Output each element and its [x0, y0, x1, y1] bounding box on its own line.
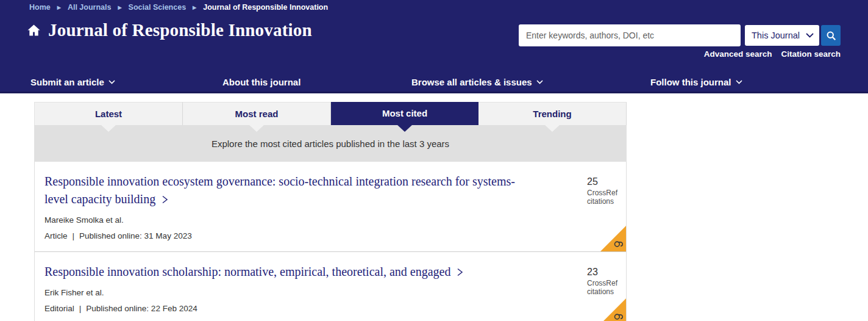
- nav-item-submit-an-article[interactable]: Submit an article: [30, 77, 115, 87]
- chevron-down-icon: [736, 80, 742, 84]
- tab-most-read[interactable]: Most read: [183, 102, 331, 125]
- chevron-right-icon: [161, 192, 169, 206]
- breadcrumb: Home ▶ All Journals ▶ Social Sciences ▶ …: [29, 3, 328, 12]
- triangle-separator-icon: ▶: [118, 5, 121, 10]
- citation-unit-line1: CrossRef: [587, 280, 630, 288]
- breadcrumb-home-link[interactable]: Home: [29, 3, 51, 12]
- open-access-lock-icon: [613, 311, 624, 321]
- page-title: Journal of Responsible Innovation: [48, 20, 312, 40]
- meta-separator: |: [79, 304, 82, 313]
- tab-notch: [249, 124, 265, 132]
- article-published-date: Published online: 22 Feb 2024: [86, 304, 197, 313]
- triangle-separator-icon: ▶: [57, 5, 61, 10]
- search-input[interactable]: [519, 24, 741, 46]
- chevron-right-icon: [456, 265, 464, 278]
- breadcrumb-current-page: Journal of Responsible Innovation: [203, 3, 328, 12]
- article-type: Article: [44, 231, 68, 240]
- search-links: Advanced search Citation search: [704, 49, 841, 59]
- tab-description-banner: Explore the most cited articles publishe…: [34, 125, 627, 162]
- tab-trending[interactable]: Trending: [478, 102, 627, 125]
- nav-item-label: Submit an article: [30, 77, 104, 87]
- chevron-down-icon: [108, 80, 115, 84]
- advanced-search-link[interactable]: Advanced search: [704, 49, 772, 59]
- open-access-lock-icon: [613, 239, 624, 250]
- tab-most-cited[interactable]: Most cited: [331, 102, 478, 125]
- nav-item-browse-all-articles[interactable]: Browse all articles & issues: [411, 77, 543, 87]
- article-published-date: Published online: 31 May 2023: [79, 231, 192, 240]
- citation-count: 25: [587, 176, 630, 187]
- tab-label: Most read: [235, 109, 279, 119]
- search-button[interactable]: [821, 25, 841, 46]
- citation-search-link[interactable]: Citation search: [781, 49, 841, 59]
- article-title-link[interactable]: Responsible innovation scholarship: norm…: [44, 263, 535, 281]
- breadcrumb-social-sciences-link[interactable]: Social Sciences: [129, 3, 187, 12]
- article-authors: Mareike Smolka et al.: [44, 215, 535, 225]
- nav-item-follow-this-journal[interactable]: Follow this journal: [650, 77, 742, 87]
- tab-latest[interactable]: Latest: [34, 102, 183, 125]
- crossref-citations: 25 CrossRef citations: [587, 176, 630, 206]
- breadcrumb-all-journals-link[interactable]: All Journals: [68, 3, 112, 12]
- chevron-down-icon: [536, 80, 543, 84]
- tab-label: Trending: [533, 109, 571, 119]
- nav-item-label: Browse all articles & issues: [411, 77, 532, 87]
- article-title-link[interactable]: Responsible innovation ecosystem governa…: [44, 173, 535, 208]
- triangle-separator-icon: ▶: [193, 5, 196, 10]
- article-title-text: Responsible innovation ecosystem governa…: [44, 175, 515, 206]
- article-row: Responsible innovation scholarship: norm…: [35, 252, 626, 321]
- citation-unit-line1: CrossRef: [587, 189, 630, 198]
- open-access-badge: [600, 226, 626, 251]
- nav-item-label: About this journal: [222, 77, 301, 87]
- article-tabs: Latest Most read Most cited Trending: [34, 102, 627, 125]
- tab-notch: [544, 124, 560, 132]
- citation-unit-line2: citations: [587, 198, 630, 206]
- article-title-text: Responsible innovation scholarship: norm…: [44, 265, 450, 278]
- search-icon: [826, 31, 836, 41]
- tab-notch: [397, 124, 413, 132]
- journal-home-link[interactable]: Journal of Responsible Innovation: [27, 20, 312, 40]
- meta-separator: |: [73, 231, 75, 240]
- search-scope-select[interactable]: This Journal: [745, 25, 819, 46]
- open-access-badge: [600, 298, 626, 321]
- tab-label: Most cited: [382, 108, 427, 118]
- article-authors: Erik Fisher et al.: [44, 288, 535, 297]
- citation-unit-line2: citations: [587, 288, 630, 297]
- article-row: Responsible innovation ecosystem governa…: [35, 162, 626, 252]
- article-type: Editorial: [44, 304, 74, 313]
- banner-text: Explore the most cited articles publishe…: [212, 139, 449, 149]
- home-icon: [27, 23, 41, 37]
- article-list: Responsible innovation ecosystem governa…: [34, 162, 627, 321]
- most-cited-module: Latest Most read Most cited Trending Exp…: [34, 102, 627, 321]
- tab-label: Latest: [95, 109, 122, 119]
- site-header: Home ▶ All Journals ▶ Social Sciences ▶ …: [0, 0, 868, 93]
- nav-item-label: Follow this journal: [650, 77, 731, 87]
- article-meta: Editorial | Published online: 22 Feb 202…: [44, 304, 535, 313]
- crossref-citations: 23 CrossRef citations: [587, 267, 630, 297]
- article-meta: Article | Published online: 31 May 2023: [44, 231, 535, 240]
- citation-count: 23: [587, 267, 630, 278]
- nav-item-about-this-journal[interactable]: About this journal: [222, 77, 301, 87]
- search-scope-value: This Journal: [752, 31, 800, 40]
- chevron-down-icon: [806, 33, 814, 38]
- tab-notch: [101, 124, 116, 132]
